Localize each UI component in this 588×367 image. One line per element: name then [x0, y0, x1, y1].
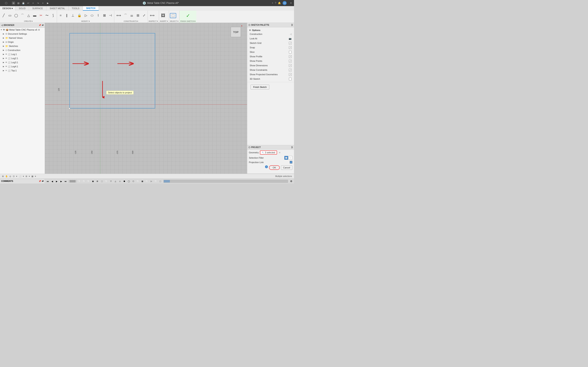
finish-sketch-dropdown[interactable]: ▾	[195, 20, 196, 22]
tree-construction[interactable]: ▶ ⊙ Construction	[0, 48, 45, 52]
tree-leg1[interactable]: ▶ 👁 ⬜ Leg:1	[0, 52, 45, 56]
leg1-eye-icon[interactable]: 👁	[5, 53, 7, 55]
tree-origin[interactable]: ▶ ⊕ Origin	[0, 40, 45, 44]
timeline-bar[interactable]	[164, 180, 288, 183]
nav-icon[interactable]: ▶	[46, 1, 49, 5]
status-icon-grid2[interactable]: ⊞	[26, 175, 27, 177]
offset-tool[interactable]: ⤢	[141, 13, 147, 18]
root-visibility[interactable]: 👁	[3, 29, 5, 31]
bottom-icon-9[interactable]: △	[113, 179, 117, 183]
rect-tool[interactable]: ▭	[7, 13, 13, 18]
project-expand-icon[interactable]: ⟩⟩	[291, 146, 293, 149]
file-menu-icon[interactable]: ▤	[17, 1, 20, 5]
ok-button[interactable]: OK	[269, 165, 280, 170]
cancel-button[interactable]: Cancel	[281, 165, 292, 170]
equal-constraint[interactable]: =	[58, 13, 63, 18]
bottom-icon-16[interactable]: ⬜	[145, 179, 149, 183]
tree-sketches[interactable]: ▶ 📁 Sketches	[0, 44, 45, 48]
tree-root[interactable]: ▼ 👁 📦 Metal Table CNC Plasma v6 ⚙	[0, 28, 45, 32]
status-dropdown-grid[interactable]: ▾	[29, 175, 30, 177]
play-btn[interactable]: ▶	[55, 179, 59, 183]
tree-leg3[interactable]: ▶ 👁 ⬜ Leg3:1	[0, 60, 45, 64]
bottom-icon-14[interactable]: ⬜	[136, 179, 140, 183]
status-icon-hand[interactable]: ✋	[5, 175, 8, 177]
bottom-icon-4[interactable]: ▣	[91, 179, 95, 183]
circle-tool[interactable]: ◯	[13, 13, 19, 18]
line-tool[interactable]: ╱	[1, 13, 7, 18]
grid-menu-icon[interactable]: ⊞	[12, 1, 15, 5]
undo-icon[interactable]: ↩	[26, 1, 30, 5]
parallel-constraint[interactable]: ∥	[64, 13, 70, 18]
status-icon-display[interactable]: ⬜	[19, 175, 21, 177]
comments-pin-icon[interactable]: 📌	[39, 180, 41, 182]
spline-fit[interactable]: ⌒	[123, 13, 129, 18]
mirror-tool[interactable]: ⚌	[129, 13, 135, 18]
measure-tool[interactable]: ⟺	[149, 13, 156, 18]
options-header[interactable]: ▼ Options	[249, 28, 292, 32]
tab-sheet-metal[interactable]: SHEET METAL	[46, 6, 68, 11]
window-close-btn[interactable]: ✕	[290, 2, 292, 4]
top-eye-icon[interactable]: 👁	[5, 69, 7, 72]
bottom-icon-18[interactable]: ⬜	[154, 179, 158, 183]
insert-dropdown-icon[interactable]: ▾	[167, 20, 168, 22]
tree-top[interactable]: ▶ 👁 ⬜ Top:1	[0, 68, 45, 73]
tree-leg2[interactable]: ▶ 👁 ⬜ Leg2:1	[0, 56, 45, 60]
modify-dropdown-icon[interactable]: ▾	[89, 20, 90, 22]
help-btn[interactable]: ?	[275, 2, 276, 4]
skip-start-btn[interactable]: ⏮	[46, 179, 50, 183]
redo-dropdown-icon[interactable]: ▾	[41, 1, 44, 5]
bottom-icon-12[interactable]: ◯	[127, 179, 131, 183]
next-frame-btn[interactable]: ▶	[59, 179, 63, 183]
view-cube[interactable]: TOP X	[229, 25, 245, 41]
browser-collapse-icon[interactable]: ◁	[1, 24, 3, 26]
leg3-eye-icon[interactable]: 👁	[5, 61, 7, 63]
show-constraints-checkbox[interactable]	[289, 69, 292, 71]
bottom-icon-15[interactable]: ▦	[140, 179, 144, 183]
redo-icon[interactable]: ↪	[36, 1, 40, 5]
bottom-icon-3[interactable]: ⬜	[86, 179, 90, 183]
show-profile-checkbox[interactable]	[289, 55, 292, 58]
ellipse-tool[interactable]: ⬭	[89, 13, 95, 18]
status-dropdown-zoom[interactable]: ▾	[16, 175, 17, 177]
undo-dropdown-icon[interactable]: ▾	[31, 1, 35, 5]
filter-edge-btn[interactable]: □	[289, 156, 292, 160]
show-points-checkbox[interactable]	[289, 60, 292, 62]
tab-tools[interactable]: TOOLS	[69, 6, 83, 11]
bottom-icon-1[interactable]: ⬜	[77, 179, 81, 183]
insert-image[interactable]: 🖼	[160, 13, 166, 18]
tab-surface[interactable]: SURFACE	[29, 6, 46, 11]
status-dropdown-display[interactable]: ▾	[23, 175, 24, 177]
triangle-constraint[interactable]: ▷	[83, 13, 89, 18]
bottom-icon-17[interactable]: ▷	[149, 179, 153, 183]
status-icon-camera[interactable]: ◎	[9, 175, 11, 177]
tab-sketch[interactable]: SKETCH	[83, 6, 99, 11]
bottom-icon-11[interactable]: ⬢	[122, 179, 126, 183]
triangle-tool[interactable]: △	[26, 13, 31, 18]
canvas-panel[interactable]: Select objects to project -125 -250 -375…	[45, 23, 247, 174]
notifications-btn[interactable]: 🔔	[278, 2, 281, 4]
inspect-dropdown-icon[interactable]: ▾	[157, 20, 158, 22]
sketch-grid-checkbox[interactable]	[289, 42, 292, 44]
root-settings-icon[interactable]: ⚙	[38, 29, 40, 31]
settings-icon[interactable]: ⚙	[289, 179, 293, 183]
arc-tool[interactable]: ⌒	[20, 13, 25, 18]
status-icon-zoom-fit[interactable]: ⊡	[13, 175, 15, 177]
3d-sketch-checkbox[interactable]	[289, 78, 292, 80]
bottom-icon-5[interactable]: ⊞	[95, 179, 99, 183]
tree-named-views[interactable]: ▶ 📁 Named Views	[0, 36, 45, 40]
new-tab-btn[interactable]: +	[272, 2, 273, 4]
constraints-dropdown-icon[interactable]: ▾	[137, 20, 138, 22]
skip-end-btn[interactable]: ⏭	[64, 179, 68, 183]
tab-solid[interactable]: SOLID	[16, 6, 29, 11]
trim-tool[interactable]: ✂	[38, 13, 44, 18]
lock-constraint[interactable]: 🔒	[76, 13, 83, 18]
finish-sketch-btn[interactable]: Finish Sketch	[251, 85, 269, 90]
projection-link-checkbox[interactable]	[290, 161, 292, 164]
palette-menu-icon[interactable]: ⬡	[249, 24, 250, 26]
select-tool[interactable]: ⬚	[170, 13, 176, 18]
leg2-eye-icon[interactable]: 👁	[5, 57, 7, 59]
status-icon-panels[interactable]: ▦	[31, 175, 33, 177]
snap-checkbox[interactable]	[289, 46, 292, 49]
conic-tool[interactable]: ⟆	[50, 13, 56, 18]
midpoint-constraint[interactable]: ⊣	[108, 13, 113, 18]
